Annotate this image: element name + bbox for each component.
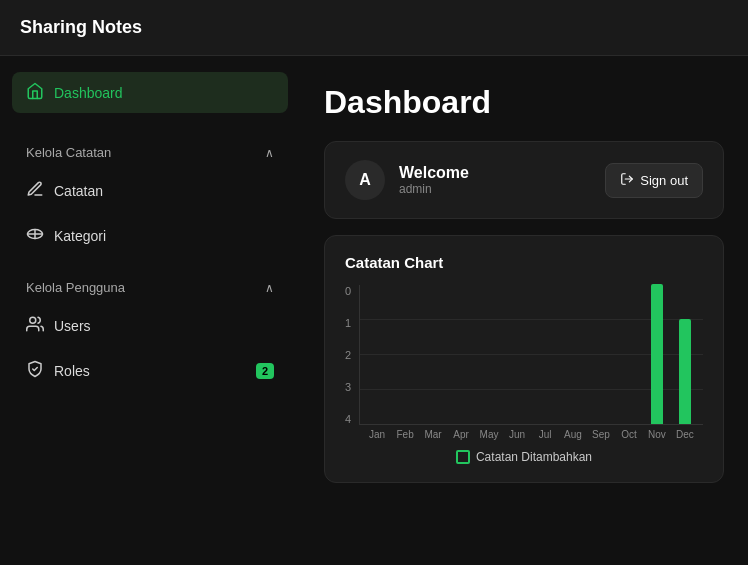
bar-group bbox=[643, 284, 671, 424]
sidebar-kategori-label: Kategori bbox=[54, 228, 106, 244]
sidebar-item-catatan[interactable]: Catatan bbox=[12, 170, 288, 211]
x-label: Oct bbox=[615, 429, 643, 440]
chart-area: 4 3 2 1 0 JanFebMarAprMayJunJulAugSepOct… bbox=[345, 285, 703, 440]
x-label: Dec bbox=[671, 429, 699, 440]
y-label-2: 2 bbox=[345, 349, 351, 361]
welcome-label: Welcome bbox=[399, 164, 591, 182]
sign-out-label: Sign out bbox=[640, 173, 688, 188]
folder-icon bbox=[26, 225, 44, 246]
sidebar-item-users[interactable]: Users bbox=[12, 305, 288, 346]
legend-label: Catatan Ditambahkan bbox=[476, 450, 592, 464]
main-content: Dashboard A Welcome admin Sign out bbox=[300, 56, 748, 565]
y-label-4: 0 bbox=[345, 285, 351, 297]
sidebar-item-kategori[interactable]: Kategori bbox=[12, 215, 288, 256]
legend-box bbox=[456, 450, 470, 464]
bar bbox=[679, 319, 691, 424]
sidebar-item-roles[interactable]: Roles 2 bbox=[12, 350, 288, 391]
sign-out-icon bbox=[620, 172, 634, 189]
sidebar-item-dashboard[interactable]: Dashboard bbox=[12, 72, 288, 113]
chart-bars-area bbox=[359, 285, 703, 425]
chevron-up-icon2 bbox=[265, 280, 274, 295]
svg-point-3 bbox=[30, 317, 36, 323]
users-icon bbox=[26, 315, 44, 336]
page-title: Dashboard bbox=[324, 84, 724, 121]
sidebar: Dashboard Kelola Catatan Catatan bbox=[0, 56, 300, 565]
welcome-sub: admin bbox=[399, 182, 591, 196]
section-catatan-label: Kelola Catatan bbox=[26, 145, 111, 160]
x-label: Jun bbox=[503, 429, 531, 440]
edit-icon bbox=[26, 180, 44, 201]
x-label: Jul bbox=[531, 429, 559, 440]
x-label: Nov bbox=[643, 429, 671, 440]
chevron-up-icon bbox=[265, 145, 274, 160]
chart-x-labels: JanFebMarAprMayJunJulAugSepOctNovDec bbox=[359, 425, 703, 440]
x-label: May bbox=[475, 429, 503, 440]
bar bbox=[651, 284, 663, 424]
x-label: Mar bbox=[419, 429, 447, 440]
x-label: Apr bbox=[447, 429, 475, 440]
shield-icon bbox=[26, 360, 44, 381]
layout: Dashboard Kelola Catatan Catatan bbox=[0, 56, 748, 565]
y-label-0: 4 bbox=[345, 413, 351, 425]
chart-card: Catatan Chart 4 3 2 1 0 JanFebMarAprMayJ… bbox=[324, 235, 724, 483]
welcome-text: Welcome admin bbox=[399, 164, 591, 196]
y-label-1: 3 bbox=[345, 381, 351, 393]
x-label: Aug bbox=[559, 429, 587, 440]
roles-badge: 2 bbox=[256, 363, 274, 379]
y-label-3: 1 bbox=[345, 317, 351, 329]
sidebar-roles-label: Roles bbox=[54, 363, 90, 379]
header: Sharing Notes bbox=[0, 0, 748, 56]
section-pengguna-label: Kelola Pengguna bbox=[26, 280, 125, 295]
bar-group bbox=[671, 319, 699, 424]
sign-out-button[interactable]: Sign out bbox=[605, 163, 703, 198]
app-title: Sharing Notes bbox=[20, 17, 142, 38]
chart-title: Catatan Chart bbox=[345, 254, 703, 271]
home-icon bbox=[26, 82, 44, 103]
sidebar-dashboard-label: Dashboard bbox=[54, 85, 123, 101]
sidebar-catatan-label: Catatan bbox=[54, 183, 103, 199]
sidebar-users-label: Users bbox=[54, 318, 91, 334]
sidebar-section-catatan: Kelola Catatan bbox=[12, 137, 288, 166]
x-label: Sep bbox=[587, 429, 615, 440]
x-label: Feb bbox=[391, 429, 419, 440]
avatar: A bbox=[345, 160, 385, 200]
chart-legend: Catatan Ditambahkan bbox=[345, 450, 703, 464]
chart-y-axis: 4 3 2 1 0 bbox=[345, 285, 359, 425]
sidebar-section-pengguna: Kelola Pengguna bbox=[12, 272, 288, 301]
x-label: Jan bbox=[363, 429, 391, 440]
welcome-card: A Welcome admin Sign out bbox=[324, 141, 724, 219]
chart-body: JanFebMarAprMayJunJulAugSepOctNovDec bbox=[359, 285, 703, 440]
